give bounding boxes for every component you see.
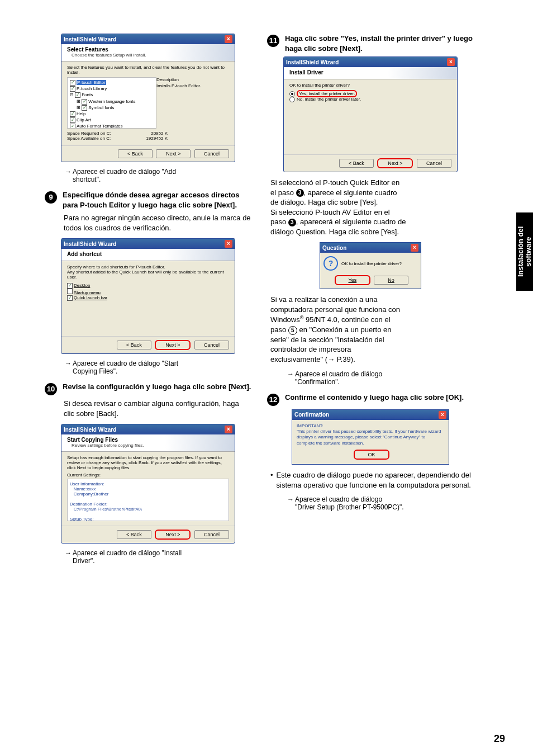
settings-box[interactable]: User Information: Name:xxxx Company:Brot… (67, 479, 229, 521)
back-button[interactable]: < Back (118, 149, 153, 158)
screenshot-start-copying: InstallShield Wizard × Start Copying Fil… (61, 424, 235, 544)
step-ref-icon: 3 (296, 189, 304, 197)
next-button[interactable]: Next > (155, 340, 191, 350)
window-title: Confirmation (294, 412, 329, 418)
close-icon[interactable]: × (225, 35, 232, 43)
description-text: Installs P-touch Editor. (156, 83, 229, 88)
feature-tree[interactable]: P-touch Editor P-touch Library ⊟ Fonts ⊞… (67, 77, 156, 129)
question-icon: ? (323, 256, 338, 271)
side-tab-label: Instalación del software (517, 212, 533, 291)
ok-button[interactable]: OK (354, 450, 389, 460)
dialog-title: Add shortcut (67, 251, 229, 257)
close-icon[interactable]: × (225, 240, 232, 248)
window-title: InstallShield Wizard (64, 36, 116, 42)
paragraph: Si seleccionó el P-touch Quick Editor en… (270, 178, 474, 237)
window-title: InstallShield Wizard (64, 427, 116, 433)
no-button[interactable]: No (374, 276, 408, 285)
dialog-subtitle: Review settings before copying files. (72, 443, 229, 448)
checkbox-desktop[interactable]: Desktop (67, 283, 229, 289)
back-button[interactable]: < Back (117, 530, 151, 539)
back-button[interactable]: < Back (117, 341, 151, 349)
close-icon[interactable]: × (447, 58, 455, 66)
result-text: →Aparece el cuadro de diálogo "Driver Se… (287, 495, 474, 511)
step-ref-circle-icon: 5 (288, 326, 297, 335)
step-number-icon: 12 (267, 394, 279, 406)
paragraph: Si va a realizar la conexión a una compu… (270, 295, 474, 364)
step-number-icon: 10 (45, 383, 57, 395)
dialog-title: Install Driver (289, 69, 451, 75)
dialog-question: OK to install the printer driver? (289, 83, 451, 88)
step-description: Para no agregar ningún acceso directo, a… (64, 213, 251, 233)
dialog-title: Select Features (67, 46, 229, 53)
description-label: Description (156, 77, 229, 82)
cancel-button[interactable]: Cancel (194, 149, 229, 158)
dialog-title: Start Copying Files (67, 437, 229, 443)
cancel-button[interactable]: Cancel (194, 530, 229, 539)
dialog-subtitle: Choose the features Setup will install. (72, 53, 229, 58)
screenshot-add-shortcut: InstallShield Wizard × Add shortcut Spec… (61, 238, 235, 354)
back-button[interactable]: < Back (339, 159, 374, 168)
step-11: 11 Haga clic sobre "Yes, install the pri… (267, 34, 474, 53)
checkbox-quicklaunch[interactable]: Quick launch bar (67, 295, 229, 301)
window-title: InstallShield Wizard (286, 59, 339, 65)
side-tab: Instalación del software (516, 212, 533, 291)
yes-button[interactable]: Yes (335, 275, 370, 285)
window-title: Question (322, 245, 346, 251)
close-icon[interactable]: × (225, 426, 232, 433)
window-titlebar: InstallShield Wizard × (61, 34, 235, 44)
screenshot-install-driver: InstallShield Wizard × Install Driver OK… (283, 56, 458, 172)
next-button[interactable]: Next > (155, 530, 191, 540)
next-button[interactable]: Next > (156, 149, 191, 158)
close-icon[interactable]: × (411, 244, 418, 252)
step-ref-icon: 3 (288, 219, 296, 226)
result-text: →Aparece el cuadro de diálogo "Confirmat… (287, 370, 474, 386)
screenshot-select-features: InstallShield Wizard × Select Features C… (61, 34, 235, 162)
screenshot-question: Question × ? OK to install the printer d… (320, 242, 421, 289)
step-description: Si desea revisar o cambiar alguna config… (64, 399, 251, 418)
next-button[interactable]: Next > (377, 158, 413, 168)
step-9: 9 Especifique dónde desea agregar acceso… (45, 190, 251, 210)
step-title: Haga clic sobre "Yes, install the printe… (285, 34, 473, 53)
checkbox-startup[interactable]: Startup menu (67, 289, 229, 295)
radio-no[interactable]: No, install the printer driver later. (289, 97, 451, 102)
step-title: Revise la configuración y luego haga cli… (63, 382, 251, 391)
radio-yes[interactable]: Yes, install the printer driver. (289, 91, 451, 97)
window-title: InstallShield Wizard (64, 241, 116, 247)
result-text: →Aparece el cuadro de diálogo "Add short… (65, 168, 251, 183)
close-icon[interactable]: × (439, 411, 446, 419)
step-title: Especifique dónde desea agregar accesos … (63, 191, 239, 209)
result-text: →Aparece el cuadro de diálogo "Install D… (65, 549, 251, 565)
cancel-button[interactable]: Cancel (194, 341, 229, 349)
step-number-icon: 11 (267, 35, 279, 47)
step-title: Confirme el contenido y luego haga clic … (285, 393, 464, 401)
step-12: 12 Confirme el contenido y luego haga cl… (267, 393, 474, 406)
result-text: →Aparece el cuadro de diálogo "Start Cop… (65, 360, 251, 375)
cancel-button[interactable]: Cancel (417, 159, 451, 168)
screenshot-confirmation: Confirmation × IMPORTANT: This printer d… (292, 409, 449, 465)
step-number-icon: 9 (45, 191, 57, 204)
page-number: 29 (494, 733, 505, 745)
step-10: 10 Revise la configuración y luego haga … (45, 382, 251, 395)
current-settings-label: Current Settings: (67, 472, 229, 478)
question-text: OK to install the printer driver? (341, 261, 402, 266)
dialog-instruction: Select the features you want to install,… (67, 65, 229, 75)
dialog-instruction: Setup has enough information to start co… (67, 455, 229, 470)
bullet-note: • Este cuadro de diálogo puede no aparec… (270, 470, 474, 490)
